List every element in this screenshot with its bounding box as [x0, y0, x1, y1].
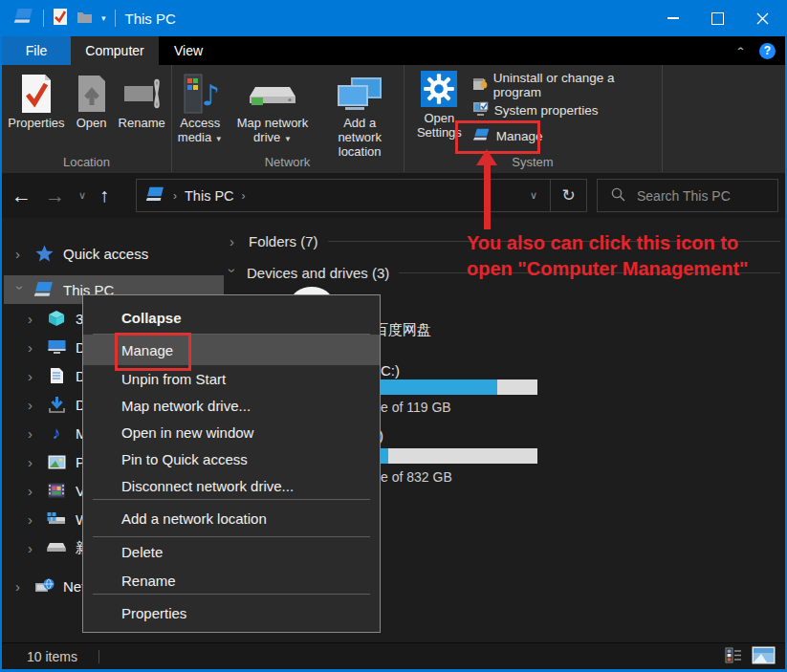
chevron-right-icon[interactable]: › [28, 397, 37, 413]
group-label-network: Network [171, 155, 404, 169]
menu-item-collapse[interactable]: Collapse [83, 301, 380, 334]
search-input[interactable]: Search This PC [597, 179, 778, 212]
computer-icon [145, 186, 165, 206]
baidu-netdisk-label[interactable]: 百度网盘 [374, 321, 431, 339]
menu-item-rename[interactable]: Rename [83, 567, 380, 594]
chevron-right-icon[interactable]: › [28, 483, 37, 499]
menu-item-add-network-location[interactable]: Add a network location [83, 500, 380, 536]
forward-icon[interactable]: → [45, 184, 65, 207]
rename-label: Rename [119, 116, 165, 130]
address-bar-row: ← → ∨ ↑ › This PC › ∨ ↻ Search This PC [2, 173, 785, 218]
menu-item-open-in-new-window[interactable]: Open in new window [83, 419, 380, 445]
status-bar: 10 items [2, 642, 785, 670]
menu-item-disconnect-network-drive[interactable]: Disconnect network drive... [83, 472, 380, 499]
map-drive-line1: Map network [237, 116, 308, 130]
access-media-line1: Access [180, 116, 220, 130]
properties-label: Properties [8, 116, 64, 130]
sidebar-item-quick-access[interactable]: › Quick access [4, 239, 224, 268]
chevron-right-icon[interactable]: › [28, 368, 37, 384]
chevron-right-icon[interactable]: › [28, 339, 37, 356]
rename-icon [120, 72, 163, 116]
close-button[interactable] [740, 0, 785, 36]
tab-file[interactable]: File [2, 36, 71, 65]
annotation-arrow-shaft [484, 163, 491, 229]
chevron-right-icon[interactable]: › [28, 540, 37, 556]
group-header-label: Folders (7) [249, 233, 318, 249]
chevron-down-icon[interactable]: › [12, 285, 29, 294]
ribbon-tabs: File Computer View ⌃ ? [2, 36, 785, 65]
drive-free-text: e of 832 GB [381, 469, 452, 485]
windows-drive-icon [46, 511, 67, 527]
menu-item-map-network-drive[interactable]: Map network drive... [83, 392, 380, 419]
system-properties-button[interactable]: System properties [470, 99, 662, 121]
chevron-right-icon[interactable]: › [28, 454, 37, 470]
computer-icon [13, 8, 34, 29]
window-title: This PC [125, 11, 176, 27]
quick-access-toolbar: ▾ [2, 8, 116, 30]
chevron-right-icon[interactable]: › [28, 511, 37, 528]
close-icon [756, 12, 769, 25]
sidebar-item-label: Quick access [63, 246, 148, 262]
group-header-label: Devices and drives (3) [247, 265, 389, 281]
chevron-right-icon[interactable]: › [28, 425, 37, 442]
star-icon [33, 245, 55, 263]
videos-icon [46, 483, 67, 498]
access-media-button[interactable]: ♪ Access media ▼ [171, 70, 230, 148]
documents-icon [46, 367, 67, 384]
desktop-icon [46, 339, 67, 355]
breadcrumb-this-pc[interactable]: This PC [185, 188, 234, 204]
ribbon-group-network: ♪ Access media ▼ Map network drive ▼ [171, 65, 404, 172]
refresh-icon[interactable]: ↻ [550, 180, 586, 211]
toolbar-separator [43, 10, 44, 27]
minimize-button[interactable] [650, 0, 695, 36]
drive-free-text: e of 119 GB [381, 400, 451, 415]
minimize-ribbon-icon[interactable]: ⌃ [735, 45, 746, 56]
tab-computer[interactable]: Computer [71, 36, 159, 65]
group-label-location: Location [2, 155, 171, 169]
group-label-system: System [404, 155, 662, 169]
menu-item-pin-to-quick-access[interactable]: Pin to Quick access [83, 445, 380, 472]
help-icon[interactable]: ? [759, 43, 776, 59]
back-icon[interactable]: ← [11, 184, 32, 207]
maximize-button[interactable] [695, 0, 740, 36]
properties-button[interactable]: Properties [3, 70, 69, 132]
menu-item-properties[interactable]: Properties [83, 595, 380, 631]
up-icon[interactable]: ↑ [99, 184, 109, 206]
pictures-icon [46, 455, 67, 469]
properties-icon [20, 72, 53, 116]
recent-locations-icon[interactable]: ∨ [78, 189, 86, 202]
rename-button[interactable]: Rename [114, 70, 170, 132]
open-settings-line1: Open [424, 111, 454, 125]
annotation-line1: You also can click this icon to [467, 230, 749, 256]
folder-icon[interactable] [77, 9, 93, 29]
details-view-icon[interactable] [725, 647, 742, 666]
status-separator [98, 650, 99, 663]
menu-item-delete[interactable]: Delete [83, 537, 380, 567]
annotation-text: You also can click this icon to open "Co… [467, 230, 749, 282]
minimize-icon [667, 17, 679, 19]
address-box[interactable]: › This PC › ∨ ↻ [136, 179, 587, 212]
customize-toolbar-icon[interactable]: ▾ [101, 13, 106, 23]
uninstall-program-button[interactable]: Uninstall or change a program [470, 74, 662, 96]
breadcrumb-separator-icon: › [242, 189, 246, 203]
address-dropdown-icon[interactable]: ∨ [517, 189, 550, 202]
map-drive-line2: drive [253, 130, 280, 144]
open-button[interactable]: Open [72, 70, 112, 132]
tab-view[interactable]: View [159, 36, 218, 65]
svg-text:♪: ♪ [202, 78, 219, 112]
chevron-right-icon[interactable]: › [28, 311, 37, 327]
system-properties-icon [472, 101, 489, 119]
search-icon [611, 187, 625, 205]
ribbon-group-location: Properties Open Rename Location [2, 65, 172, 172]
chevron-down-icon: › [225, 269, 241, 278]
access-media-line2: media [178, 130, 211, 144]
thumbnail-view-icon[interactable] [752, 646, 776, 667]
properties-check-icon[interactable] [53, 8, 68, 30]
network-icon [33, 577, 55, 595]
chevron-right-icon[interactable]: › [15, 246, 25, 262]
chevron-right-icon[interactable]: › [15, 578, 25, 595]
access-media-icon: ♪ [181, 72, 219, 116]
add-network-location-button[interactable]: Add a network location [316, 70, 404, 161]
map-network-drive-button[interactable]: Map network drive ▼ [231, 70, 315, 148]
search-placeholder: Search This PC [637, 188, 731, 204]
